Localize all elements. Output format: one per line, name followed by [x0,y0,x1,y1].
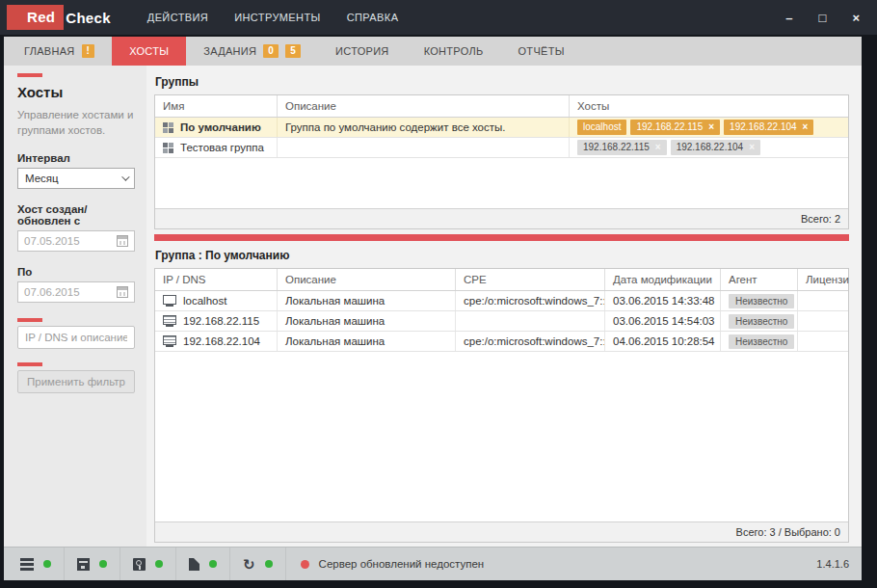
host-tag-label: 192.168.22.115 [583,142,650,153]
accent-dash [17,362,42,366]
status-green-dot [155,560,163,568]
host-tag[interactable]: 192.168.22.115 × [630,120,720,135]
menu-item-actions[interactable]: ДЕЙСТВИЯ [147,12,208,23]
interval-select[interactable]: Месяц [17,168,135,189]
host-cpe: cpe:/o:microsoft:windows_7:::professio [464,335,605,347]
column-header-name[interactable]: Имя [155,95,278,117]
tab-history[interactable]: ИСТОРИЯ [318,37,407,66]
column-header-licenses[interactable]: Лицензии [798,269,849,290]
table-empty-area [155,158,848,208]
host-cpe: cpe:/o:microsoft:windows_7:::professio [464,295,605,307]
hosts-table-footer: Всего: 3 / Выбрано: 0 [155,521,848,542]
groups-table-header: Имя Описание Хосты [155,95,848,118]
status-green-dot [99,560,107,568]
network-host-icon [163,315,176,327]
table-row[interactable]: 192.168.22.115 Локальная машина 03.06.20… [155,311,848,332]
tasks-count-badge-2: 5 [285,44,301,58]
tab-reports[interactable]: ОТЧЁТЫ [501,37,582,66]
table-row[interactable]: Тестовая группа 192.168.22.115 × 192.168… [155,138,848,158]
remove-host-icon[interactable]: × [655,143,661,152]
status-green-dot [209,560,217,568]
group-name: По умолчанию [180,121,261,133]
close-icon[interactable]: × [852,12,860,24]
maximize-icon[interactable]: □ [819,12,827,24]
table-row[interactable]: localhost Локальная машина cpe:/o:micros… [155,291,848,311]
column-header-description[interactable]: Описание [278,269,456,290]
window-controls: – □ × [785,12,860,24]
tab-bar: ГЛАВНАЯ ! ХОСТЫ ЗАДАНИЯ 0 5 ИСТОРИЯ КОНТ… [4,37,862,66]
table-empty-area [155,352,848,521]
service-status-security[interactable] [120,548,176,580]
group-icon [163,122,173,133]
tab-hosts[interactable]: ХОСТЫ [112,37,186,66]
date-to-field[interactable]: 07.06.2015 [17,281,135,303]
tab-tasks-label: ЗАДАНИЯ [203,45,256,57]
tab-main[interactable]: ГЛАВНАЯ ! [4,37,112,66]
table-row[interactable]: По умолчанию Группа по умолчанию содержи… [155,118,848,138]
group-detail-panel: Группа : По умолчанию IP / DNS Описание … [154,247,849,543]
search-input[interactable] [17,326,135,349]
sidebar: Хосты Управление хостами и группами хост… [4,66,146,547]
host-tag[interactable]: 192.168.22.115 × [577,140,667,155]
host-name: 192.168.22.104 [183,335,260,347]
date-to-value: 07.06.2015 [24,286,80,298]
service-status-reports[interactable] [176,548,230,580]
column-header-modified[interactable]: Дата модификации [605,269,721,290]
app-window: Red Check ДЕЙСТВИЯ ИНСТРУМЕНТЫ СПРАВКА –… [0,0,877,588]
status-bar: ↻ Сервер обновлений недоступен 1.4.1.6 [4,547,862,580]
host-tag-label: 192.168.22.115 [636,121,703,133]
panel-separator [154,234,849,241]
service-status-scanner[interactable] [4,548,65,580]
minimize-icon[interactable]: – [785,12,792,24]
column-header-cpe[interactable]: CPE [456,269,605,290]
groups-table: Имя Описание Хосты По умолчанию Группа п… [154,94,849,229]
service-status-sync[interactable]: ↻ [230,548,286,580]
group-icon [163,143,173,153]
host-tag[interactable]: 192.168.22.104 × [724,120,813,135]
apply-filter-button[interactable]: Применить фильтр [17,370,135,393]
tab-history-label: ИСТОРИЯ [335,45,389,57]
host-tag-label: 192.168.22.104 [730,121,797,133]
host-description: Локальная машина [285,315,385,327]
status-green-dot [43,560,51,568]
group-detail-title: Группа : По умолчанию [155,249,849,262]
menu-item-tools[interactable]: ИНСТРУМЕНТЫ [234,12,321,23]
hosts-table: IP / DNS Описание CPE Дата модификации А… [154,268,849,543]
host-tag[interactable]: 192.168.22.104 × [671,140,760,155]
column-header-agent[interactable]: Агент [721,269,798,290]
column-header-description[interactable]: Описание [278,95,570,117]
remove-host-icon[interactable]: × [749,143,755,152]
remove-host-icon[interactable]: × [803,122,809,132]
date-from-field[interactable]: 07.05.2015 [17,230,135,252]
tab-control[interactable]: КОНТРОЛЬ [407,37,501,66]
menu-lines-icon [20,558,34,571]
calendar-icon[interactable] [117,286,128,298]
menu-bar: ДЕЙСТВИЯ ИНСТРУМЕНТЫ СПРАВКА [147,12,399,23]
host-tag[interactable]: localhost [577,120,626,135]
logo-check-part: Check [66,10,111,26]
calendar-icon[interactable] [117,235,128,247]
remove-host-icon[interactable]: × [708,122,714,132]
tab-tasks[interactable]: ЗАДАНИЯ 0 5 [186,37,318,66]
host-modified: 03.06.2015 14:33:48 [613,295,715,307]
agent-status-badge: Неизвестно [729,314,794,329]
tab-main-label: ГЛАВНАЯ [24,45,75,57]
storage-icon [77,558,90,571]
table-row[interactable]: 192.168.22.104 Локальная машина cpe:/o:m… [155,332,848,352]
group-description: Группа по умолчанию содержит все хосты. [285,121,506,133]
date-from-value: 07.05.2015 [24,235,80,247]
service-status-storage[interactable] [65,548,120,580]
date-from-label: Хост создан/обновлен с [17,203,135,227]
interval-label: Интервал [17,152,135,164]
sync-icon: ↻ [243,557,255,572]
tab-control-label: КОНТРОЛЬ [424,45,484,57]
titlebar: Red Check ДЕЙСТВИЯ ИНСТРУМЕНТЫ СПРАВКА –… [0,0,877,35]
document-icon [189,558,199,571]
alert-badge: ! [82,44,95,58]
column-header-hosts[interactable]: Хосты [570,95,848,117]
column-header-ip-dns[interactable]: IP / DNS [155,269,278,290]
host-modified: 03.06.2015 14:54:03 [613,315,715,327]
host-name: 192.168.22.115 [183,315,259,327]
hosts-total-selected: Всего: 3 / Выбрано: 0 [736,526,840,538]
menu-item-help[interactable]: СПРАВКА [347,12,399,23]
